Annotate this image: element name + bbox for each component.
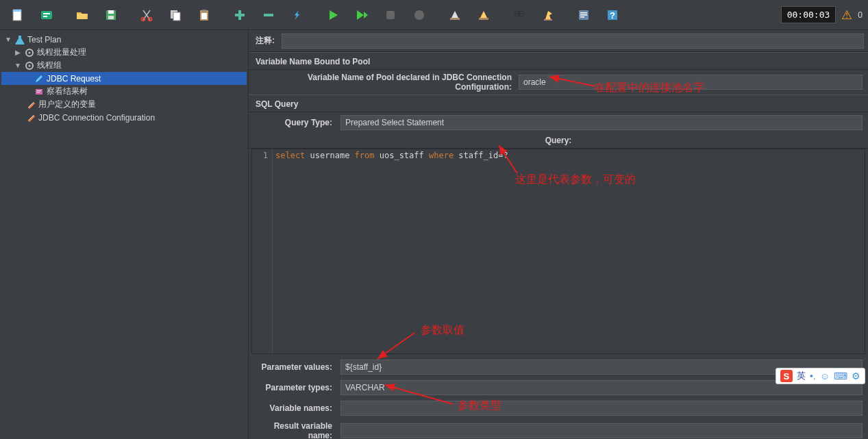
toolbar: ? 00:00:03 ⚠ 0 (0, 0, 868, 30)
param-types-label: Parameter types: (254, 383, 336, 392)
tree-label: JDBC Request (47, 74, 101, 84)
ime-logo-icon: S (780, 370, 793, 382)
svg-point-19 (414, 10, 424, 20)
tree-root[interactable]: ▼ Test Plan (1, 33, 247, 46)
variable-names-label: Variable names: (254, 403, 336, 413)
tree-label: 线程组 (37, 60, 62, 71)
reset-search-icon[interactable] (534, 3, 562, 27)
param-values-label: Parameter values: (254, 362, 336, 372)
expand-icon[interactable] (226, 3, 253, 27)
ime-settings-icon[interactable]: ⚙ (852, 371, 860, 381)
svg-rect-13 (202, 10, 206, 12)
results-icon (34, 86, 45, 97)
result-var-label: Result variable name: (254, 421, 336, 439)
tree-label: 用户定义的变量 (38, 99, 96, 110)
ime-toolbar[interactable]: S 英 •. ☺ ⌨ ⚙ (776, 368, 865, 384)
pipette-icon (34, 73, 45, 84)
comment-input[interactable] (282, 34, 864, 49)
svg-rect-37 (37, 92, 40, 92)
svg-rect-24 (544, 19, 552, 21)
ime-keyboard-icon[interactable]: ⌨ (834, 371, 847, 381)
start-icon[interactable] (319, 3, 347, 27)
svg-rect-16 (235, 14, 245, 16)
svg-rect-21 (479, 18, 488, 20)
copy-icon[interactable] (162, 3, 189, 27)
svg-rect-36 (37, 90, 41, 91)
query-editor[interactable]: 1 select username from uos_staff where s… (251, 149, 865, 354)
query-header: Query: (249, 133, 868, 149)
sql-code[interactable]: select username from uos_staff where sta… (273, 149, 865, 353)
svg-rect-6 (108, 10, 114, 14)
svg-text:?: ? (610, 10, 615, 21)
svg-point-32 (29, 51, 31, 53)
search-icon[interactable] (506, 3, 533, 27)
test-plan-tree[interactable]: ▼ Test Plan ▶ 线程批量处理 ▼ 线程组 JDBC Request … (0, 30, 249, 439)
collapse-icon[interactable] (255, 3, 282, 27)
tree-jdbc-config[interactable]: JDBC Connection Configuration (1, 111, 247, 124)
tree-user-variables[interactable]: 用户定义的变量 (1, 98, 247, 111)
tree-thread-group[interactable]: ▼ 线程组 (1, 59, 247, 72)
ime-lang[interactable]: 英 (797, 370, 806, 382)
function-helper-icon[interactable] (570, 3, 597, 27)
clear-all-icon[interactable] (470, 3, 497, 27)
templates-icon[interactable] (33, 3, 60, 27)
svg-rect-27 (580, 14, 587, 16)
gear-icon (24, 60, 35, 71)
svg-rect-2 (41, 11, 52, 19)
open-icon[interactable] (69, 3, 96, 27)
pool-name-input[interactable] (519, 75, 863, 90)
ime-punct-icon[interactable]: •. (810, 371, 816, 381)
comment-label: 注释: (249, 32, 282, 49)
tree-results-tree[interactable]: 察看结果树 (1, 85, 247, 98)
result-var-input[interactable] (340, 423, 863, 438)
pool-name-label: Variable Name of Pool declared in JDBC C… (254, 73, 514, 92)
tree-label: JDBC Connection Configuration (38, 113, 155, 123)
svg-rect-11 (173, 12, 180, 21)
stop-icon[interactable] (377, 3, 404, 27)
paste-icon[interactable] (190, 3, 218, 27)
ime-emoji-icon[interactable]: ☺ (820, 371, 830, 381)
help-icon[interactable]: ? (599, 3, 626, 27)
svg-rect-14 (201, 13, 207, 19)
svg-rect-26 (580, 12, 587, 14)
svg-rect-20 (450, 18, 460, 20)
tree-label: 线程批量处理 (37, 47, 86, 58)
group-sql-title: SQL Query (249, 95, 868, 112)
tree-jdbc-request[interactable]: JDBC Request (1, 72, 247, 85)
shutdown-icon[interactable] (406, 3, 433, 27)
svg-rect-4 (43, 16, 47, 17)
svg-point-34 (29, 64, 31, 66)
tree-label: 察看结果树 (47, 86, 88, 97)
cut-icon[interactable] (133, 3, 160, 27)
tools-icon (25, 112, 36, 123)
svg-rect-28 (580, 16, 584, 18)
start-no-pause-icon[interactable] (348, 3, 375, 27)
tree-label: Test Plan (27, 35, 61, 45)
save-icon[interactable] (97, 3, 125, 27)
tools-icon (25, 99, 36, 110)
svg-rect-3 (43, 13, 50, 14)
flask-icon (14, 34, 25, 45)
error-count: 0 (858, 10, 864, 20)
query-type-select[interactable] (340, 115, 863, 130)
query-type-label: Query Type: (254, 118, 336, 127)
gear-icon (24, 47, 35, 58)
warning-icon[interactable]: ⚠ (841, 8, 852, 23)
elapsed-timer: 00:00:03 (781, 6, 836, 23)
svg-rect-17 (264, 14, 273, 16)
group-pool-title: Variable Name Bound to Pool (249, 52, 868, 70)
toggle-icon[interactable] (284, 3, 311, 27)
svg-rect-18 (386, 11, 395, 19)
variable-names-input[interactable] (340, 401, 863, 416)
svg-rect-7 (108, 16, 114, 19)
svg-rect-1 (13, 10, 21, 12)
clear-icon[interactable] (441, 3, 469, 27)
new-icon[interactable] (4, 3, 32, 27)
tree-thread-batch[interactable]: ▶ 线程批量处理 (1, 46, 247, 59)
line-number: 1 (252, 149, 273, 353)
